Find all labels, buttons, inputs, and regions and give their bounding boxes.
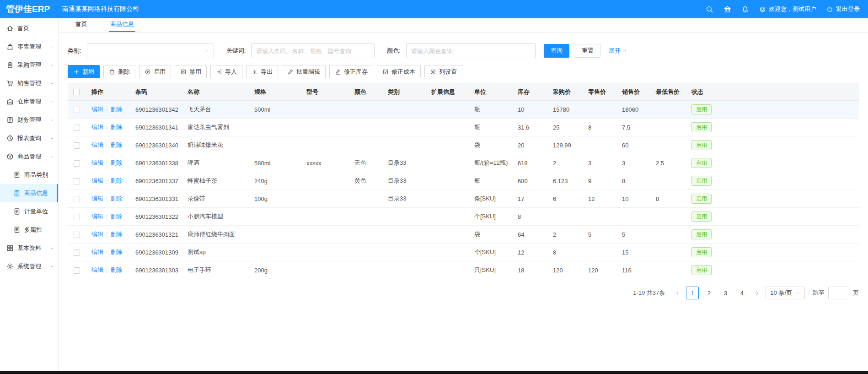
row-checkbox[interactable] [74,142,80,149]
row-checkbox[interactable] [74,178,80,184]
header-actions: 欢迎您，测试用户 退出登录 [706,5,868,13]
sidebar-item-warehouse[interactable]: 仓库管理 [0,92,58,111]
delete-link[interactable]: 删除 [110,106,122,113]
page-button-3[interactable]: 3 [719,287,732,299]
delete-link[interactable]: 删除 [110,159,122,166]
sidebar-item-label: 仓库管理 [17,98,46,106]
delete-link[interactable]: 删除 [110,231,122,238]
sidebar-item-product[interactable]: 商品管理 [0,147,58,166]
edit-link[interactable]: 编辑 [91,213,103,220]
cell-stock: 680 [512,172,547,190]
sidebar-item-purchase[interactable]: 采购管理 [0,56,58,74]
link-divider: | [106,231,107,238]
sidebar-item-measure-unit[interactable]: 计量单位 [0,202,58,221]
page-button-1[interactable]: 1 [686,287,699,299]
cell-unit: 瓶 [469,101,512,119]
sidebar-item-system[interactable]: 系统管理 [0,257,58,276]
sidebar-item-basic-data[interactable]: 基本资料 [0,239,58,257]
fix-stock-button[interactable]: 修正库存 [329,65,373,78]
search-icon[interactable] [706,5,713,13]
sidebar-item-label: 基本资料 [17,244,46,252]
status-badge: 启用 [691,176,712,186]
basic-icon [6,244,14,252]
edit-link[interactable]: 编辑 [91,141,103,148]
disable-button[interactable]: 禁用 [175,65,207,78]
finance-icon [6,116,14,124]
tab-product-info[interactable]: 商品信息 [109,17,135,32]
edit-link[interactable]: 编辑 [91,177,103,184]
sidebar-item-multi-attribute[interactable]: 多属性 [0,221,58,239]
sidebar-item-home[interactable]: 首页 [0,19,58,38]
page-button-2[interactable]: 2 [702,287,715,299]
edit-link[interactable]: 编辑 [91,231,103,238]
product-icon [6,153,14,160]
fix-cost-button[interactable]: 修正成本 [377,65,421,78]
delete-link[interactable]: 删除 [110,213,122,220]
sidebar-item-label: 多属性 [24,226,54,234]
user-welcome[interactable]: 欢迎您，测试用户 [759,5,816,13]
sidebar-item-retail[interactable]: 零售管理 [0,38,58,56]
sales-icon [6,80,14,87]
row-checkbox[interactable] [74,160,80,167]
table-header-row: 操作条码名称规格型号颜色类别扩展信息单位库存采购价零售价销售价最低售价状态 [68,83,859,101]
edit-link[interactable]: 编辑 [91,124,103,130]
category-select[interactable] [87,43,214,58]
row-checkbox[interactable] [74,125,80,131]
edit-link[interactable]: 编辑 [91,249,103,255]
sidebar-item-finance[interactable]: 财务管理 [0,111,58,129]
edit-link[interactable]: 编辑 [91,106,103,113]
edit-link[interactable]: 编辑 [91,159,103,166]
column-settings-button[interactable]: 列设置 [424,65,462,78]
row-checkbox[interactable] [74,249,80,256]
edit-link[interactable]: 编辑 [91,195,103,202]
link-divider: | [106,195,107,202]
row-checkbox[interactable] [74,267,80,274]
jump-input[interactable] [828,287,849,299]
row-checkbox[interactable] [74,107,80,113]
expand-link[interactable]: 展开 [609,47,627,55]
batch-edit-button[interactable]: 批量编辑 [282,65,326,78]
enable-button[interactable]: 启用 [139,65,171,78]
delete-link[interactable]: 删除 [110,195,122,202]
sidebar-item-product-category[interactable]: 商品类别 [0,166,58,184]
cell-stock: 17 [512,190,547,208]
chevron-down-icon [795,290,800,296]
import-button[interactable]: 导入 [210,65,242,78]
doc-icon [13,208,21,215]
warehouse-icon [6,98,14,105]
company-name: 南通某某网络科技有限公司 [62,5,139,13]
search-button[interactable]: 查询 [544,44,569,58]
logout-button[interactable]: 退出登录 [826,5,860,13]
delete-link[interactable]: 删除 [110,177,122,184]
page-size-select[interactable]: 10 条/页 [766,287,805,299]
delete-link[interactable]: 删除 [110,124,122,130]
delete-link[interactable]: 删除 [110,141,122,148]
delete-link[interactable]: 删除 [110,266,122,273]
sidebar-item-report[interactable]: 报表查询 [0,129,58,147]
select-all-checkbox[interactable] [73,89,80,95]
tab-home[interactable]: 首页 [74,17,89,32]
row-checkbox[interactable] [74,214,80,220]
row-checkbox[interactable] [74,196,80,202]
next-page-button[interactable] [752,287,762,299]
cell-min-price: 2.5 [650,154,686,172]
delete-button[interactable]: 删除 [103,65,135,78]
keyword-input[interactable] [251,43,375,58]
sidebar-item-sales[interactable]: 销售管理 [0,74,58,92]
edit-link[interactable]: 编辑 [91,266,103,273]
export-button[interactable]: 导出 [246,65,278,78]
cell-color [349,190,382,208]
bell-icon[interactable] [741,5,749,13]
reset-button[interactable]: 重置 [575,44,600,58]
cell-purchase-price: 8 [547,244,583,261]
cell-ext [426,154,469,172]
add-button[interactable]: 新增 [68,65,100,78]
bank-icon[interactable] [723,5,731,13]
sidebar-item-product-info[interactable]: 商品信息 [0,184,58,202]
prev-page-button[interactable] [672,287,682,299]
color-input[interactable] [406,43,536,58]
delete-link[interactable]: 删除 [110,249,122,255]
row-checkbox[interactable] [74,232,80,238]
page-button-4[interactable]: 4 [735,287,748,299]
link-divider: | [106,249,107,255]
